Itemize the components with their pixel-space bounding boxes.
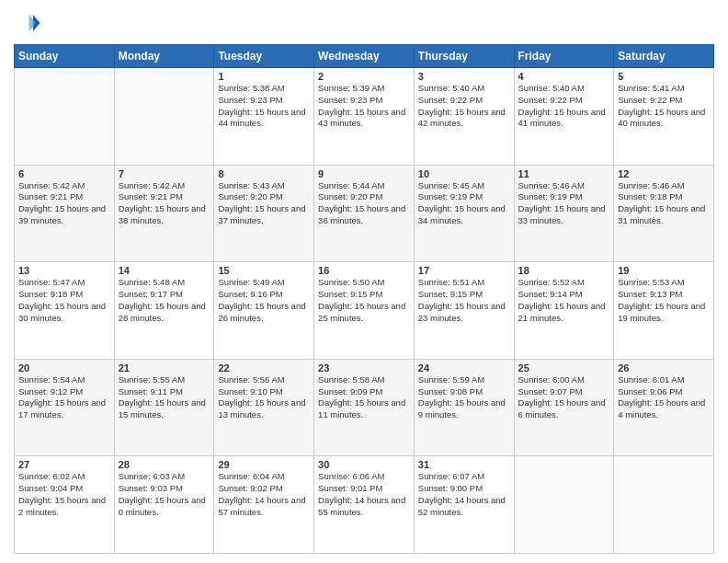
calendar-cell: 29Sunrise: 6:04 AM Sunset: 9:02 PM Dayli… [214, 456, 314, 554]
day-number: 4 [518, 71, 610, 82]
logo-icon [14, 9, 41, 37]
calendar-cell: 12Sunrise: 5:46 AM Sunset: 9:18 PM Dayli… [614, 165, 714, 262]
calendar-cell: 28Sunrise: 6:03 AM Sunset: 9:03 PM Dayli… [114, 456, 214, 554]
week-row-5: 27Sunrise: 6:02 AM Sunset: 9:04 PM Dayli… [15, 456, 714, 554]
day-number: 1 [218, 71, 310, 82]
calendar-cell: 26Sunrise: 6:01 AM Sunset: 9:06 PM Dayli… [614, 359, 714, 456]
day-info: Sunrise: 6:00 AM Sunset: 9:07 PM Dayligh… [518, 374, 610, 421]
day-info: Sunrise: 6:07 AM Sunset: 9:00 PM Dayligh… [418, 471, 510, 518]
day-header-wednesday: Wednesday [314, 45, 415, 68]
day-info: Sunrise: 5:40 AM Sunset: 9:22 PM Dayligh… [418, 83, 510, 130]
day-info: Sunrise: 5:55 AM Sunset: 9:11 PM Dayligh… [119, 374, 210, 421]
day-number: 30 [318, 459, 410, 470]
day-info: Sunrise: 5:43 AM Sunset: 9:20 PM Dayligh… [218, 180, 310, 227]
day-number: 29 [218, 459, 310, 470]
calendar-cell: 7Sunrise: 5:42 AM Sunset: 9:21 PM Daylig… [114, 165, 214, 262]
day-info: Sunrise: 5:53 AM Sunset: 9:13 PM Dayligh… [618, 277, 710, 324]
week-row-1: 1Sunrise: 5:38 AM Sunset: 9:23 PM Daylig… [15, 68, 714, 166]
day-info: Sunrise: 6:02 AM Sunset: 9:04 PM Dayligh… [18, 471, 110, 518]
calendar-table: SundayMondayTuesdayWednesdayThursdayFrid… [14, 44, 714, 554]
calendar-cell: 4Sunrise: 5:40 AM Sunset: 9:22 PM Daylig… [514, 68, 614, 166]
day-header-saturday: Saturday [614, 45, 714, 68]
calendar-cell: 6Sunrise: 5:42 AM Sunset: 9:21 PM Daylig… [15, 165, 115, 262]
week-row-3: 13Sunrise: 5:47 AM Sunset: 9:18 PM Dayli… [15, 262, 714, 360]
logo [14, 9, 45, 37]
calendar-cell: 16Sunrise: 5:50 AM Sunset: 9:15 PM Dayli… [314, 262, 415, 360]
day-info: Sunrise: 5:46 AM Sunset: 9:19 PM Dayligh… [518, 180, 610, 227]
calendar-cell: 24Sunrise: 5:59 AM Sunset: 9:08 PM Dayli… [414, 359, 514, 456]
day-number: 14 [119, 265, 210, 276]
day-info: Sunrise: 5:39 AM Sunset: 9:23 PM Dayligh… [318, 83, 410, 130]
day-info: Sunrise: 5:41 AM Sunset: 9:22 PM Dayligh… [618, 83, 710, 130]
day-number: 6 [18, 168, 110, 179]
day-number: 20 [18, 362, 110, 373]
day-number: 18 [518, 265, 610, 276]
calendar-cell: 8Sunrise: 5:43 AM Sunset: 9:20 PM Daylig… [214, 165, 314, 262]
day-info: Sunrise: 5:59 AM Sunset: 9:08 PM Dayligh… [418, 374, 510, 421]
day-number: 28 [119, 459, 210, 470]
calendar-cell: 14Sunrise: 5:48 AM Sunset: 9:17 PM Dayli… [114, 262, 214, 360]
day-number: 19 [618, 265, 710, 276]
day-info: Sunrise: 5:42 AM Sunset: 9:21 PM Dayligh… [18, 180, 110, 227]
calendar-cell: 23Sunrise: 5:58 AM Sunset: 9:09 PM Dayli… [314, 359, 415, 456]
day-number: 13 [18, 265, 110, 276]
day-header-thursday: Thursday [414, 45, 514, 68]
day-number: 17 [418, 265, 510, 276]
calendar-cell: 21Sunrise: 5:55 AM Sunset: 9:11 PM Dayli… [114, 359, 214, 456]
day-info: Sunrise: 5:42 AM Sunset: 9:21 PM Dayligh… [119, 180, 210, 227]
calendar-cell [114, 68, 214, 166]
calendar-cell: 17Sunrise: 5:51 AM Sunset: 9:15 PM Dayli… [414, 262, 514, 360]
calendar-cell: 19Sunrise: 5:53 AM Sunset: 9:13 PM Dayli… [614, 262, 714, 360]
calendar-cell: 27Sunrise: 6:02 AM Sunset: 9:04 PM Dayli… [15, 456, 115, 554]
week-row-2: 6Sunrise: 5:42 AM Sunset: 9:21 PM Daylig… [15, 165, 714, 262]
day-info: Sunrise: 5:56 AM Sunset: 9:10 PM Dayligh… [218, 374, 310, 421]
calendar-body: 1Sunrise: 5:38 AM Sunset: 9:23 PM Daylig… [15, 68, 714, 554]
day-info: Sunrise: 5:38 AM Sunset: 9:23 PM Dayligh… [218, 83, 310, 130]
header-row: SundayMondayTuesdayWednesdayThursdayFrid… [15, 45, 714, 68]
calendar-cell: 25Sunrise: 6:00 AM Sunset: 9:07 PM Dayli… [514, 359, 614, 456]
day-number: 22 [218, 362, 310, 373]
day-info: Sunrise: 5:45 AM Sunset: 9:19 PM Dayligh… [418, 180, 510, 227]
calendar-cell: 30Sunrise: 6:06 AM Sunset: 9:01 PM Dayli… [314, 456, 415, 554]
day-number: 26 [618, 362, 710, 373]
week-row-4: 20Sunrise: 5:54 AM Sunset: 9:12 PM Dayli… [15, 359, 714, 456]
page: SundayMondayTuesdayWednesdayThursdayFrid… [0, 0, 728, 563]
calendar-cell: 2Sunrise: 5:39 AM Sunset: 9:23 PM Daylig… [314, 68, 415, 166]
day-header-friday: Friday [514, 45, 614, 68]
day-number: 12 [618, 168, 710, 179]
calendar-cell: 11Sunrise: 5:46 AM Sunset: 9:19 PM Dayli… [514, 165, 614, 262]
header [14, 9, 714, 37]
day-info: Sunrise: 5:50 AM Sunset: 9:15 PM Dayligh… [318, 277, 410, 324]
day-info: Sunrise: 5:47 AM Sunset: 9:18 PM Dayligh… [18, 277, 110, 324]
calendar-cell: 13Sunrise: 5:47 AM Sunset: 9:18 PM Dayli… [15, 262, 115, 360]
day-header-sunday: Sunday [15, 45, 115, 68]
calendar-header: SundayMondayTuesdayWednesdayThursdayFrid… [15, 45, 714, 68]
day-info: Sunrise: 5:58 AM Sunset: 9:09 PM Dayligh… [318, 374, 410, 421]
day-info: Sunrise: 6:03 AM Sunset: 9:03 PM Dayligh… [119, 471, 210, 518]
day-number: 21 [119, 362, 210, 373]
calendar-cell [614, 456, 714, 554]
calendar-cell: 10Sunrise: 5:45 AM Sunset: 9:19 PM Dayli… [414, 165, 514, 262]
day-number: 23 [318, 362, 410, 373]
day-number: 15 [218, 265, 310, 276]
day-number: 2 [318, 71, 410, 82]
calendar-cell: 20Sunrise: 5:54 AM Sunset: 9:12 PM Dayli… [15, 359, 115, 456]
day-info: Sunrise: 6:04 AM Sunset: 9:02 PM Dayligh… [218, 471, 310, 518]
day-number: 10 [418, 168, 510, 179]
day-number: 27 [18, 459, 110, 470]
calendar-cell: 18Sunrise: 5:52 AM Sunset: 9:14 PM Dayli… [514, 262, 614, 360]
day-info: Sunrise: 5:46 AM Sunset: 9:18 PM Dayligh… [618, 180, 710, 227]
day-info: Sunrise: 5:48 AM Sunset: 9:17 PM Dayligh… [119, 277, 210, 324]
day-number: 7 [119, 168, 210, 179]
day-info: Sunrise: 5:51 AM Sunset: 9:15 PM Dayligh… [418, 277, 510, 324]
day-number: 8 [218, 168, 310, 179]
day-number: 11 [518, 168, 610, 179]
calendar-cell: 9Sunrise: 5:44 AM Sunset: 9:20 PM Daylig… [314, 165, 415, 262]
day-number: 9 [318, 168, 410, 179]
day-number: 5 [618, 71, 710, 82]
calendar-cell: 31Sunrise: 6:07 AM Sunset: 9:00 PM Dayli… [414, 456, 514, 554]
day-header-monday: Monday [114, 45, 214, 68]
calendar-cell [15, 68, 115, 166]
day-info: Sunrise: 5:49 AM Sunset: 9:16 PM Dayligh… [218, 277, 310, 324]
day-info: Sunrise: 6:01 AM Sunset: 9:06 PM Dayligh… [618, 374, 710, 421]
